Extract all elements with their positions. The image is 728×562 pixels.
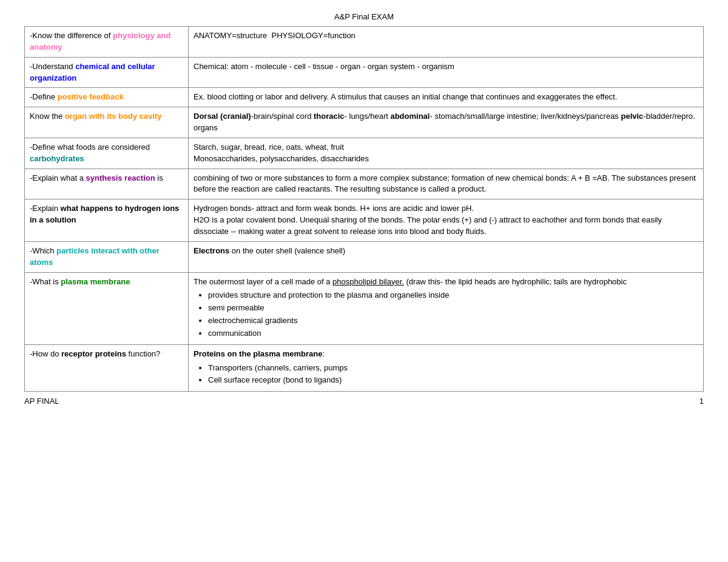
table-row: -How do receptor proteins function?Prote… bbox=[25, 344, 704, 392]
right-cell: Hydrogen bonds- attract and form weak bo… bbox=[189, 199, 704, 242]
left-cell: -Define positive feedback bbox=[25, 88, 189, 107]
content-table: -Know the difference of physiology and a… bbox=[24, 26, 704, 392]
right-cell: Proteins on the plasma membrane:Transpor… bbox=[189, 344, 704, 392]
table-row: -Understand chemical and cellular organi… bbox=[25, 57, 704, 88]
footer: AP FINAL 1 bbox=[24, 396, 704, 406]
left-cell: Know the organ with its body cavity bbox=[25, 107, 189, 138]
left-cell: -Define what foods are considered carboh… bbox=[25, 138, 189, 169]
left-cell: -What is plasma membrane bbox=[25, 272, 189, 344]
footer-right: 1 bbox=[699, 396, 704, 406]
table-row: -Define what foods are considered carboh… bbox=[25, 138, 704, 169]
right-cell: Ex. blood clotting or labor and delivery… bbox=[189, 88, 704, 107]
table-row: -Explain what happens to hydrogen ions i… bbox=[25, 199, 704, 242]
left-cell: -Explain what a synthesis reaction is bbox=[25, 169, 189, 199]
right-cell: Starch, sugar, bread, rice, oats, wheat,… bbox=[189, 138, 704, 169]
right-cell: ANATOMY=structure PHYSIOLOGY=function bbox=[189, 27, 704, 58]
right-cell: Dorsal (cranial)-brain/spinal cord thora… bbox=[189, 107, 704, 138]
left-cell: -Know the difference of physiology and a… bbox=[25, 27, 189, 58]
right-cell: Chemical: atom - molecule - cell - tissu… bbox=[189, 57, 704, 88]
table-row: -Explain what a synthesis reaction iscom… bbox=[25, 169, 704, 199]
footer-left: AP FINAL bbox=[24, 396, 59, 406]
left-cell: -How do receptor proteins function? bbox=[25, 344, 189, 392]
left-cell: -Which particles interact with other ato… bbox=[25, 241, 189, 272]
right-cell: The outermost layer of a cell made of a … bbox=[189, 272, 704, 344]
left-cell: -Explain what happens to hydrogen ions i… bbox=[25, 199, 189, 242]
table-row: -Know the difference of physiology and a… bbox=[25, 27, 704, 58]
right-cell: combining of two or more substances to f… bbox=[189, 169, 704, 199]
left-cell: -Understand chemical and cellular organi… bbox=[25, 57, 189, 88]
table-row: -What is plasma membraneThe outermost la… bbox=[25, 272, 704, 344]
table-row: -Which particles interact with other ato… bbox=[25, 241, 704, 272]
page-title: A&P Final EXAM bbox=[24, 12, 704, 21]
right-cell: Electrons on the outer shell (valence sh… bbox=[189, 241, 704, 272]
table-row: Know the organ with its body cavityDorsa… bbox=[25, 107, 704, 138]
table-row: -Define positive feedbackEx. blood clott… bbox=[25, 88, 704, 107]
